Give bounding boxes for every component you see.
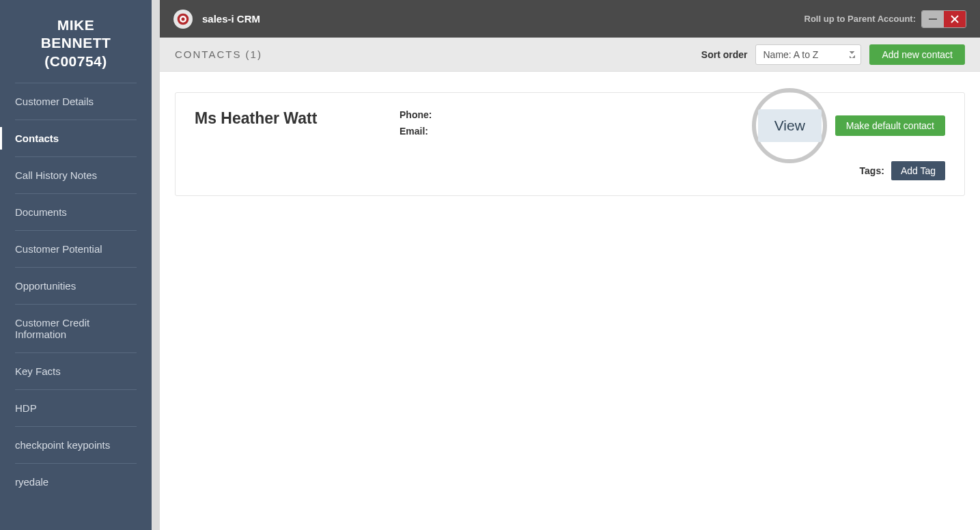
minus-icon bbox=[929, 18, 937, 20]
sidebar-item-opportunities[interactable]: Opportunities bbox=[15, 268, 137, 305]
contact-fields: Phone: Email: bbox=[400, 109, 639, 142]
customer-title: MIKE BENNETT (C00754) bbox=[0, 0, 152, 83]
topbar-right: Roll up to Parent Account: bbox=[804, 10, 966, 28]
phone-label: Phone: bbox=[400, 109, 432, 120]
customer-title-line2: BENNETT bbox=[7, 34, 145, 52]
email-field: Email: bbox=[400, 126, 639, 137]
sidebar-item-credit-info[interactable]: Customer Credit Information bbox=[15, 305, 137, 353]
parent-toggle-close[interactable] bbox=[944, 11, 966, 27]
tags-row: Tags: Add Tag bbox=[195, 161, 945, 180]
main: sales-i CRM Roll up to Parent Account: C… bbox=[160, 0, 980, 530]
svg-point-2 bbox=[182, 17, 185, 20]
sidebar-item-checkpoint[interactable]: checkpoint keypoints bbox=[15, 427, 137, 464]
sidebar-item-call-history[interactable]: Call History Notes bbox=[15, 157, 137, 194]
sidebar: MIKE BENNETT (C00754) Customer Details C… bbox=[0, 0, 152, 530]
phone-field: Phone: bbox=[400, 109, 639, 120]
add-tag-button[interactable]: Add Tag bbox=[891, 161, 945, 180]
view-highlight: View bbox=[758, 109, 822, 142]
parent-toggle-off[interactable] bbox=[922, 11, 944, 27]
email-label: Email: bbox=[400, 126, 428, 137]
sidebar-item-documents[interactable]: Documents bbox=[15, 194, 137, 231]
sidebar-item-ryedale[interactable]: ryedale bbox=[15, 464, 137, 500]
customer-title-line1: MIKE bbox=[7, 16, 145, 34]
parent-account-toggle bbox=[921, 10, 966, 28]
content: Ms Heather Watt Phone: Email: View bbox=[160, 72, 980, 530]
customer-title-line3: (C00754) bbox=[7, 53, 145, 70]
make-default-button[interactable]: Make default contact bbox=[835, 115, 945, 136]
topbar: sales-i CRM Roll up to Parent Account: bbox=[160, 0, 980, 38]
app-name: sales-i CRM bbox=[202, 13, 260, 25]
sidebar-item-customer-potential[interactable]: Customer Potential bbox=[15, 231, 137, 268]
add-contact-button[interactable]: Add new contact bbox=[869, 44, 965, 65]
app-logo-icon bbox=[173, 10, 193, 29]
sidebar-item-customer-details[interactable]: Customer Details bbox=[15, 83, 137, 120]
contact-actions: View Make default contact bbox=[758, 109, 945, 142]
topbar-left: sales-i CRM bbox=[173, 10, 260, 29]
close-icon bbox=[951, 15, 959, 23]
page-title: CONTACTS (1) bbox=[175, 48, 262, 60]
sort-select[interactable]: Name: A to Z bbox=[755, 44, 861, 65]
sidebar-nav: Customer Details Contacts Call History N… bbox=[0, 83, 152, 500]
subbar-right: Sort order Name: A to Z Add new contact bbox=[701, 44, 965, 65]
sidebar-item-hdp[interactable]: HDP bbox=[15, 390, 137, 427]
sort-label: Sort order bbox=[701, 49, 748, 60]
view-button[interactable]: View bbox=[758, 109, 822, 142]
sidebar-item-key-facts[interactable]: Key Facts bbox=[15, 353, 137, 390]
sidebar-item-contacts[interactable]: Contacts bbox=[15, 120, 137, 157]
tags-label: Tags: bbox=[860, 165, 884, 176]
contact-card: Ms Heather Watt Phone: Email: View bbox=[175, 92, 965, 196]
svg-rect-3 bbox=[929, 18, 937, 20]
subbar: CONTACTS (1) Sort order Name: A to Z Add… bbox=[160, 38, 980, 72]
contact-name: Ms Heather Watt bbox=[195, 109, 400, 128]
contact-row: Ms Heather Watt Phone: Email: View bbox=[195, 109, 945, 142]
parent-account-label: Roll up to Parent Account: bbox=[804, 14, 916, 24]
sidebar-resize-handle[interactable] bbox=[152, 0, 160, 530]
